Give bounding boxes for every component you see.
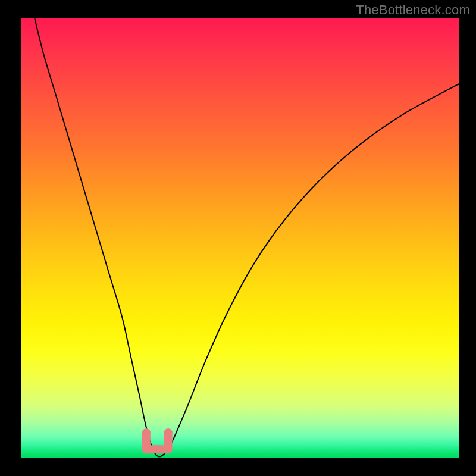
curve-layer: [21, 18, 459, 458]
svg-point-0: [142, 428, 151, 437]
watermark-text: TheBottleneck.com: [356, 2, 470, 18]
bottleneck-curve-path: [35, 18, 459, 457]
svg-point-1: [164, 428, 173, 437]
plot-area: [21, 18, 459, 458]
valley-marker: [142, 428, 173, 449]
chart-frame: TheBottleneck.com: [0, 0, 476, 476]
bottleneck-curve: [35, 18, 459, 457]
